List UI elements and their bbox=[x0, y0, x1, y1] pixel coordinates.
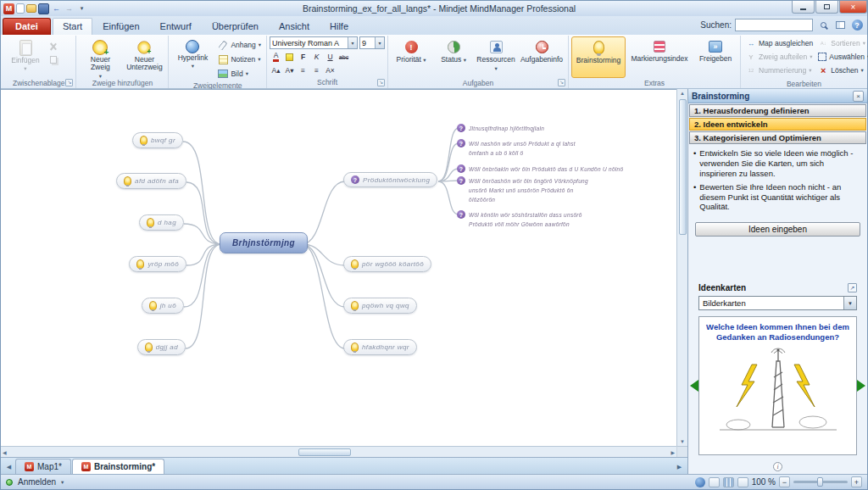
new-topic-button[interactable]: Neuer Zweig ▾ bbox=[79, 36, 121, 78]
edit-select-button[interactable]: Auswählen▾ bbox=[815, 50, 868, 64]
zoom-in-button[interactable]: + bbox=[851, 476, 862, 487]
align-left-button[interactable]: ≡ bbox=[297, 64, 309, 76]
tab-scroll-left-button[interactable]: ◀ bbox=[3, 460, 15, 474]
font-dialog-launcher[interactable]: ↘ bbox=[377, 79, 385, 86]
map-view-icon[interactable] bbox=[709, 477, 720, 487]
tab-überprüfen[interactable]: Überprüfen bbox=[202, 18, 269, 35]
tab-ansicht[interactable]: Ansicht bbox=[269, 18, 320, 35]
edit-balance-button[interactable]: Map ausgleichen bbox=[743, 36, 815, 50]
library-button[interactable] bbox=[833, 19, 847, 31]
map-topic[interactable]: dgjj ad bbox=[137, 339, 186, 355]
strikethrough-button[interactable]: abc bbox=[337, 51, 350, 63]
next-card-arrow[interactable] bbox=[857, 380, 865, 392]
brainstorm-step-3[interactable]: 3. Kategorisieren und Optimieren bbox=[689, 131, 866, 144]
outline-view-icon[interactable] bbox=[723, 477, 734, 487]
new-subtopic-button[interactable]: Neuer Unterzweig bbox=[123, 36, 165, 78]
idea-card[interactable]: Welche Ideen kommen Ihnen bei dem Gedank… bbox=[698, 316, 857, 455]
map-topic[interactable]: ?Pröduktöntwöcklung bbox=[343, 172, 437, 187]
map-topic[interactable]: d hag bbox=[139, 214, 184, 231]
font-family-combo[interactable]: University Roman A▾ bbox=[270, 36, 358, 49]
clear-formatting-button[interactable]: A× bbox=[324, 64, 337, 76]
search-input[interactable] bbox=[735, 19, 813, 31]
zoom-out-button[interactable]: − bbox=[779, 476, 790, 487]
edit-numbering-button[interactable]: Nummerierung▾ bbox=[743, 64, 815, 77]
tab-start[interactable]: Start bbox=[53, 18, 92, 35]
new-icon[interactable] bbox=[16, 3, 25, 14]
notes-button[interactable]: Notizen▾ bbox=[215, 53, 264, 66]
scroll-left-icon[interactable]: ◀ bbox=[1, 448, 8, 457]
sign-in-button[interactable]: Anmelden bbox=[18, 477, 56, 487]
file-tab[interactable]: Datei bbox=[3, 18, 51, 35]
document-tab-map1[interactable]: MMap1* bbox=[15, 459, 71, 474]
tasks-dialog-launcher[interactable]: ↘ bbox=[558, 79, 565, 86]
open-icon[interactable] bbox=[26, 4, 36, 13]
copy-button[interactable] bbox=[48, 54, 58, 64]
brainstorm-question[interactable]: ?Wöl könöln wör söshörstallön dass unsör… bbox=[457, 210, 582, 229]
share-button[interactable]: » Freigeben bbox=[693, 36, 737, 78]
shrink-font-button[interactable]: A▾ bbox=[283, 64, 296, 76]
brainstorm-question[interactable]: ?Wöll önröashön wör öln öngörö Vörknöpfu… bbox=[457, 176, 588, 204]
scroll-down-icon[interactable]: ▼ bbox=[678, 437, 687, 446]
zoom-slider-thumb[interactable] bbox=[817, 477, 823, 487]
vertical-scrollbar[interactable]: ▲ ▼ bbox=[676, 89, 687, 446]
pane-close-icon[interactable]: × bbox=[853, 91, 864, 102]
scroll-right-icon[interactable]: ▶ bbox=[669, 448, 676, 457]
sign-in-dropdown-icon[interactable]: ▾ bbox=[61, 479, 64, 486]
redo-icon[interactable]: → bbox=[64, 3, 75, 14]
bold-button[interactable]: F bbox=[297, 51, 309, 63]
customize-quick-access-icon[interactable]: ▾ bbox=[76, 3, 87, 14]
scroll-up-icon[interactable]: ▲ bbox=[678, 89, 687, 97]
zoom-slider[interactable] bbox=[793, 481, 848, 483]
italic-button[interactable]: K bbox=[310, 51, 323, 63]
map-canvas[interactable]: Brhjnstörmjngbwqf grafd adöfn afad hagyr… bbox=[1, 89, 676, 446]
edit-sort-button[interactable]: Sortieren▾ bbox=[815, 36, 868, 50]
tab-einfügen[interactable]: Einfügen bbox=[92, 18, 149, 35]
vertical-scroll-thumb[interactable] bbox=[679, 99, 687, 235]
card-type-dropdown[interactable]: Bilderkarten ▼ bbox=[698, 296, 857, 310]
help-button[interactable]: ? bbox=[850, 19, 864, 31]
align-center-button[interactable]: ≡ bbox=[310, 64, 323, 76]
edit-delete-button[interactable]: Löschen▾ bbox=[815, 64, 868, 77]
brainstorming-button[interactable]: Brainstorming bbox=[571, 36, 626, 78]
map-topic[interactable]: pqöwh vq qwq bbox=[343, 298, 417, 314]
marker-index-button[interactable]: Markierungsindex bbox=[627, 36, 692, 78]
map-topic[interactable]: afd adöfn afa bbox=[116, 173, 186, 189]
brainstorm-step-2[interactable]: 2. Ideen entwickeln bbox=[689, 118, 866, 131]
clipboard-dialog-launcher[interactable]: ↘ bbox=[65, 79, 73, 86]
undo-icon[interactable]: ← bbox=[51, 3, 62, 14]
brainstorm-question[interactable]: ?Wöll önbröakln wör öln Pröduktö das d U… bbox=[457, 164, 623, 174]
sync-icon[interactable] bbox=[695, 477, 705, 487]
brainstorm-step-1[interactable]: 1. Herausforderung definieren bbox=[689, 104, 866, 117]
document-tab-brainstorming[interactable]: MBrainstorming* bbox=[72, 459, 164, 474]
map-topic[interactable]: jh uö bbox=[142, 298, 184, 314]
status-button[interactable]: Status ▾ bbox=[433, 36, 474, 78]
map-topic[interactable]: pör wgööö köartöö bbox=[343, 256, 431, 272]
info-icon[interactable]: i bbox=[773, 462, 782, 471]
save-icon[interactable] bbox=[38, 3, 49, 14]
brainstorm-question[interactable]: ?Wöl nashön wör unsö Prödukt a ql lahst … bbox=[457, 139, 576, 158]
highlight-button[interactable] bbox=[283, 51, 296, 63]
font-size-combo[interactable]: 9▾ bbox=[359, 36, 385, 49]
image-button[interactable]: Bild▾ bbox=[215, 67, 264, 81]
map-topic[interactable]: hfakdhqnr wqr bbox=[343, 339, 417, 355]
horizontal-scrollbar[interactable]: ◀ ▶ bbox=[1, 446, 676, 457]
search-button[interactable] bbox=[816, 19, 830, 31]
font-color-button[interactable]: A bbox=[270, 51, 282, 63]
attachment-button[interactable]: Anhang▾ bbox=[215, 38, 264, 52]
tab-hilfe[interactable]: Hilfe bbox=[320, 18, 359, 35]
popout-icon[interactable]: ↗ bbox=[848, 283, 857, 292]
grow-font-button[interactable]: A▴ bbox=[270, 64, 282, 76]
task-info-button[interactable]: Aufgabeninfo bbox=[518, 36, 565, 78]
map-topic[interactable]: bwqf gr bbox=[132, 132, 183, 148]
underline-button[interactable]: U bbox=[324, 51, 337, 63]
hyperlink-button[interactable]: Hyperlink ▾ bbox=[171, 36, 214, 78]
map-topic[interactable]: yröp möö bbox=[129, 256, 186, 272]
cut-button[interactable] bbox=[48, 42, 58, 52]
central-topic[interactable]: Brhjnstörmjng bbox=[220, 232, 308, 253]
close-button[interactable]: × bbox=[839, 1, 867, 14]
maximize-button[interactable] bbox=[815, 1, 838, 14]
minimize-button[interactable] bbox=[792, 1, 815, 14]
brainstorm-question[interactable]: ?Jltnusqlfrdlnap hjlörtlfnqjlaln bbox=[457, 124, 544, 133]
previous-card-arrow[interactable] bbox=[690, 380, 698, 392]
presentation-view-icon[interactable] bbox=[737, 477, 748, 487]
